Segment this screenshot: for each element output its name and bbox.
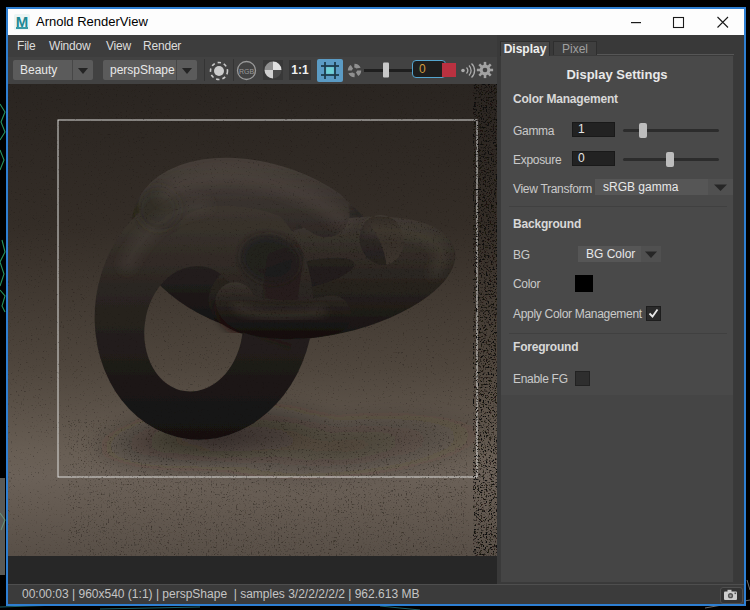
svg-text:RGB: RGB	[239, 68, 255, 75]
